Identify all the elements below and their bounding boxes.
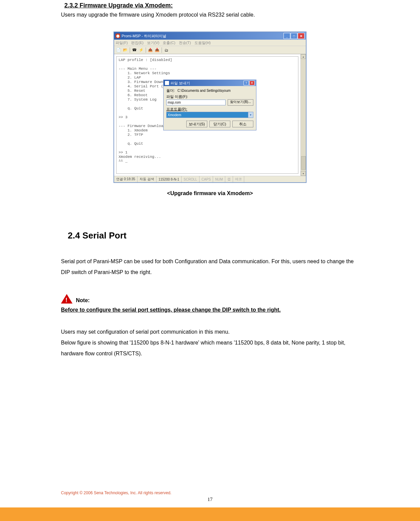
new-doc-icon[interactable]: 📄: [115, 47, 122, 53]
dialog-titlebar: 파일 보내기 ? ✕: [164, 80, 256, 86]
close-button[interactable]: ✕: [298, 33, 304, 39]
status-cap: 캡: [225, 176, 233, 182]
receive-icon[interactable]: 📥: [154, 47, 160, 53]
maximize-button[interactable]: □: [291, 33, 297, 39]
toolbar-separator: [162, 47, 162, 53]
app-icon: ⬤: [115, 34, 120, 38]
toolbar: 📄 📂 ☎ ⚡ 📤 📥 🗂: [114, 46, 306, 54]
close-button[interactable]: 닫기(C): [209, 121, 230, 127]
section-heading: 2.3.2 Firmware Upgrade via Xmodem:: [64, 2, 359, 9]
serial-port-paragraph: Serial port of Parani-MSP can be used fo…: [61, 256, 359, 278]
config-line2: Below figure is showing that '115200 bps…: [61, 340, 345, 356]
hyperterminal-window: ⬤ Promi-MSP - 하이퍼터미널 _ □ ✕ 파일(F) 편집(E) 보…: [113, 32, 307, 183]
send-button[interactable]: 보내기(S): [186, 121, 207, 127]
warning-icon: [61, 294, 72, 304]
scroll-thumb[interactable]: [301, 156, 306, 170]
terminal-area: LAP profile : [disabled] --- Main Menu -…: [114, 54, 306, 176]
window-title: Promi-MSP - 하이퍼터미널: [122, 34, 284, 39]
note-text: Before to configure the serial port sett…: [61, 307, 359, 313]
browse-button[interactable]: 찾아보기(B)...: [228, 99, 253, 106]
screenshot: ⬤ Promi-MSP - 하이퍼터미널 _ □ ✕ 파일(F) 편집(E) 보…: [113, 32, 307, 183]
dialog-icon: [165, 81, 169, 85]
status-caps: CAPS: [200, 176, 213, 182]
window-titlebar: ⬤ Promi-MSP - 하이퍼터미널 _ □ ✕: [114, 32, 306, 40]
chevron-down-icon[interactable]: ▼: [248, 112, 253, 118]
send-icon[interactable]: 📤: [147, 47, 153, 53]
serial-port-heading: 2.4 Serial Port: [68, 230, 359, 241]
bottom-stripe: [0, 507, 420, 521]
folder-value: C:\Documents and Settings\tsyoum: [177, 89, 231, 92]
figure-caption: <Upgrade firmware via Xmodem>: [61, 190, 359, 196]
note-label: Note:: [76, 297, 90, 304]
menu-edit[interactable]: 편집(E): [131, 40, 144, 45]
dialog-help-button[interactable]: ?: [244, 81, 249, 85]
copyright-text: Copyright © 2006 Sena Technologies, Inc.…: [61, 491, 171, 495]
toolbar-separator: [130, 47, 130, 53]
menubar: 파일(F) 편집(E) 보기(V) 호출(C) 전송(T) 도움말(H): [114, 40, 306, 46]
toolbar-separator: [146, 47, 146, 53]
phone-icon[interactable]: ☎: [131, 47, 138, 53]
menu-view[interactable]: 보기(V): [147, 40, 160, 45]
config-line1: Users may set configuration of serial po…: [61, 329, 230, 335]
footer: Copyright © 2006 Sena Technologies, Inc.…: [61, 491, 359, 502]
filename-input[interactable]: msp.rom: [166, 100, 226, 105]
properties-icon[interactable]: 🗂: [163, 47, 169, 53]
protocol-select[interactable]: Xmodem ▼: [166, 112, 253, 118]
dialog-close-button[interactable]: ✕: [249, 81, 255, 85]
config-paragraph: Users may set configuration of serial po…: [61, 327, 359, 359]
intro-text: Users may upgrade the firmware using Xmo…: [61, 12, 359, 18]
scroll-up-icon[interactable]: ▲: [301, 54, 306, 59]
cancel-button[interactable]: 취소: [232, 121, 253, 127]
minimize-button[interactable]: _: [284, 33, 290, 39]
status-port: 115200 8-N-1: [156, 176, 182, 182]
menu-call[interactable]: 호출(C): [163, 40, 175, 45]
menu-file[interactable]: 파일(F): [115, 40, 128, 45]
dialog-title: 파일 보내기: [170, 81, 244, 86]
statusbar: 연결 0:18:35 자동 검색 115200 8-N-1 SCROLL CAP…: [114, 176, 306, 182]
open-icon[interactable]: 📂: [122, 47, 128, 53]
phone-hang-icon[interactable]: ⚡: [138, 47, 144, 53]
status-detect: 자동 검색: [138, 176, 156, 182]
send-file-dialog: 파일 보내기 ? ✕ 폴더: C:\Documents and Settings…: [163, 80, 256, 130]
protocol-label: 프로토콜(P):: [166, 107, 253, 112]
menu-transfer[interactable]: 전송(T): [179, 40, 191, 45]
status-num: NUM: [213, 176, 225, 182]
status-connection: 연결 0:18:35: [114, 176, 138, 182]
vertical-scrollbar[interactable]: ▲ ▼: [300, 54, 306, 176]
window-controls: _ □ ✕: [284, 33, 304, 39]
status-scroll: SCROLL: [182, 176, 200, 182]
folder-label: 폴더:: [166, 88, 175, 93]
filename-label: 파일 이름(F):: [166, 94, 253, 99]
scroll-down-icon[interactable]: ▼: [301, 171, 306, 176]
page-number: 17: [61, 497, 359, 502]
menu-help[interactable]: 도움말(H): [194, 40, 211, 45]
status-echo: 에코: [233, 176, 244, 182]
protocol-value: Xmodem: [168, 113, 181, 117]
